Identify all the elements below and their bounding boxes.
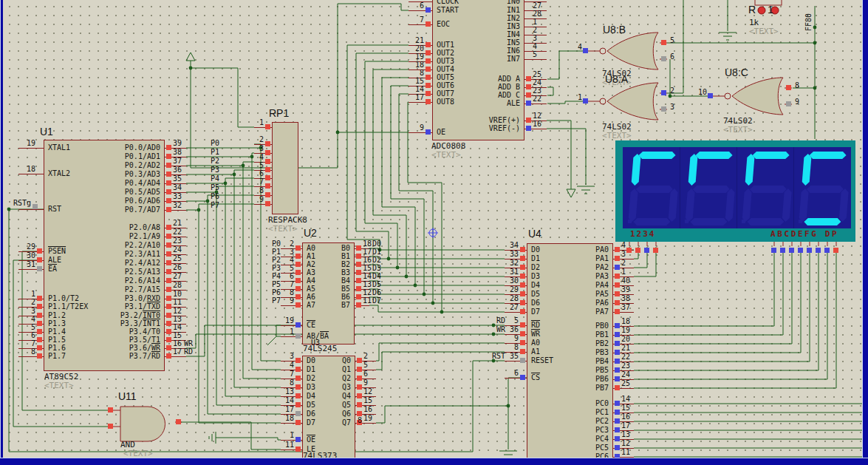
u4-pin-square[interactable]: [615, 410, 620, 415]
u2-pin-square[interactable]: [295, 302, 301, 308]
u1-pin-square[interactable]: [37, 353, 42, 359]
adc-pin-square[interactable]: [426, 50, 431, 55]
display-segment-pin-square[interactable]: [780, 248, 785, 253]
u2-pin-square[interactable]: [295, 270, 301, 275]
adc-pin-square[interactable]: [526, 84, 531, 89]
u8a-input1-square[interactable]: [661, 90, 666, 95]
u8b-input2-square[interactable]: [661, 56, 666, 61]
adc-pin-square[interactable]: [426, 99, 431, 104]
u2-pin-square[interactable]: [295, 294, 301, 299]
rp1-pin-square[interactable]: [265, 175, 270, 180]
u1-pin-square[interactable]: [166, 225, 171, 230]
u1-pin-square[interactable]: [166, 251, 171, 257]
rp1-pin-square[interactable]: [265, 192, 270, 197]
u1-pin-square[interactable]: [37, 321, 42, 326]
display-segment-pin-square[interactable]: [807, 248, 812, 253]
display-segment-pin-square[interactable]: [789, 248, 794, 253]
u4-pin-square[interactable]: [615, 350, 620, 355]
u8c-body[interactable]: [732, 78, 783, 115]
u4-pin-square[interactable]: [520, 300, 525, 305]
u2-pin-square[interactable]: [356, 278, 361, 283]
adc-pin-square[interactable]: [426, 91, 431, 96]
u4-pin-square[interactable]: [520, 309, 525, 314]
u2-pin-square[interactable]: [295, 262, 301, 267]
u3-pin-square[interactable]: [357, 376, 362, 381]
adc-pin-square[interactable]: [426, 129, 431, 135]
u3-pin-square[interactable]: [295, 411, 301, 416]
adc-pin-square[interactable]: [526, 92, 531, 98]
u3-pin-square[interactable]: [295, 437, 301, 442]
u3-pin-square[interactable]: [357, 402, 362, 407]
u1-pin-square[interactable]: [166, 278, 171, 283]
adc-pin-square[interactable]: [526, 118, 531, 123]
rp1-pin-square[interactable]: [265, 150, 270, 155]
adc-pin-square[interactable]: [426, 67, 431, 72]
adc-pin-square[interactable]: [526, 76, 531, 81]
adc-pin-square[interactable]: [526, 126, 531, 131]
display-segment-pin-square[interactable]: [833, 248, 838, 253]
u1-pin-square[interactable]: [166, 345, 171, 350]
u4-pin-square[interactable]: [615, 427, 620, 432]
u4-pin-square[interactable]: [615, 341, 620, 346]
u4-pin-square[interactable]: [615, 376, 620, 381]
display-digit-pin-square[interactable]: [653, 248, 658, 253]
u1-pin-square[interactable]: [166, 313, 171, 318]
u4-pin-square[interactable]: [615, 265, 620, 270]
u1-pin-square[interactable]: [37, 248, 42, 254]
u1-pin-square[interactable]: [166, 189, 171, 194]
u4-pin-square[interactable]: [615, 256, 620, 261]
u3-pin-square[interactable]: [357, 411, 362, 416]
u1-pin-square[interactable]: [166, 198, 171, 203]
u3-pin-square[interactable]: [357, 384, 362, 390]
u1-pin-square[interactable]: [37, 337, 42, 342]
u8b-output-square[interactable]: [583, 48, 588, 53]
rp1-pin-square[interactable]: [265, 201, 270, 206]
u1-pin-square[interactable]: [37, 296, 42, 301]
display-digit-pin-square[interactable]: [635, 248, 640, 253]
window-border-right[interactable]: [862, 0, 868, 465]
u3-pin-square[interactable]: [295, 384, 301, 390]
u4-pin-square[interactable]: [615, 436, 620, 441]
u4-pin-square[interactable]: [520, 247, 525, 252]
u4-pin-square[interactable]: [520, 256, 525, 261]
u8b-body[interactable]: [607, 33, 658, 69]
adc-pin-square[interactable]: [426, 7, 431, 13]
rp1-pin-square[interactable]: [265, 124, 270, 129]
adc-pin-square[interactable]: [426, 21, 431, 27]
u4-pin-square[interactable]: [615, 274, 620, 279]
rp1-pin-square[interactable]: [265, 159, 270, 164]
u2-pin-square[interactable]: [295, 333, 301, 339]
adc-pin-square[interactable]: [526, 101, 531, 106]
u3-pin-square[interactable]: [295, 447, 301, 452]
chip-rp1-body[interactable]: [272, 122, 298, 214]
u1-pin-square[interactable]: [37, 329, 42, 334]
u4-pin-square[interactable]: [615, 359, 620, 364]
u1-pin-square[interactable]: [37, 345, 42, 350]
u3-pin-square[interactable]: [295, 358, 301, 363]
u2-pin-square[interactable]: [356, 286, 361, 291]
u2-pin-square[interactable]: [295, 245, 301, 251]
adc-pin-square[interactable]: [426, 42, 431, 47]
u2-pin-square[interactable]: [295, 286, 301, 291]
window-border-bottom[interactable]: [0, 458, 868, 465]
display-segment-pin-square[interactable]: [798, 248, 803, 253]
u3-pin-square[interactable]: [295, 376, 301, 381]
u3-pin-square[interactable]: [295, 402, 301, 407]
u3-pin-square[interactable]: [357, 393, 362, 398]
u1-pin-square[interactable]: [166, 172, 171, 177]
u4-pin-square[interactable]: [615, 332, 620, 337]
u1-pin-square[interactable]: [37, 313, 42, 318]
u4-pin-square[interactable]: [520, 282, 525, 288]
u1-pin-square[interactable]: [37, 257, 42, 262]
u8a-input2-square[interactable]: [661, 106, 666, 112]
u11-input1-square[interactable]: [108, 407, 113, 413]
u1-pin-square[interactable]: [166, 287, 171, 292]
u4-pin-square[interactable]: [520, 331, 525, 336]
u4-pin-square[interactable]: [520, 265, 525, 270]
u1-pin-square[interactable]: [166, 260, 171, 265]
u1-pin-square[interactable]: [166, 269, 171, 274]
u1-pin-square[interactable]: [166, 207, 171, 212]
u4-pin-square[interactable]: [615, 323, 620, 328]
u2-pin-square[interactable]: [295, 254, 301, 259]
u4-pin-square[interactable]: [520, 274, 525, 279]
